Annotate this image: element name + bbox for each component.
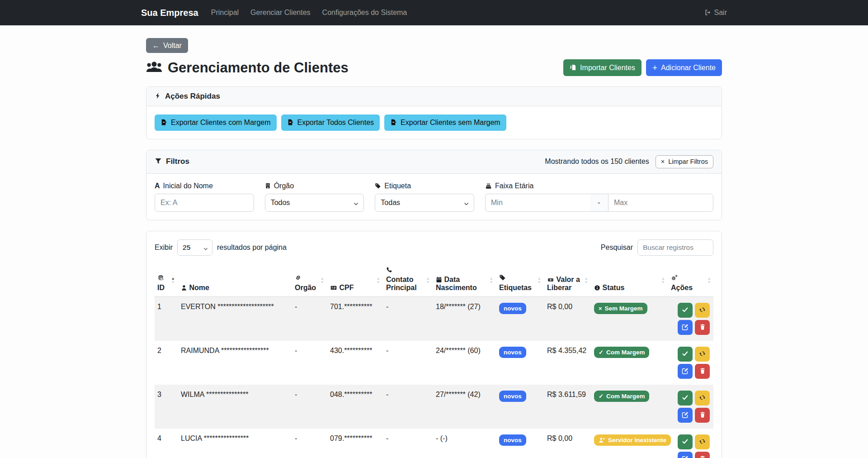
confirm-action-button[interactable] <box>678 303 693 318</box>
sync-action-button[interactable] <box>695 347 710 362</box>
add-client-button[interactable]: + Adicionar Cliente <box>646 59 722 76</box>
search-input[interactable] <box>637 239 713 256</box>
table-row: 2 RAIMUNDA ***************** - 430.*****… <box>155 341 713 385</box>
column-header-nascimento[interactable]: Data Nascimento ▲▼ <box>432 263 495 297</box>
age-min-input[interactable] <box>485 194 590 212</box>
sort-arrows: ▲▼ <box>708 277 711 284</box>
etiqueta-badge: novos <box>499 303 526 314</box>
cell-valor: R$ 3.611,59 <box>543 385 590 429</box>
nav-item-configuracoes[interactable]: Configurações do Sistema <box>322 9 407 17</box>
export-clients-with-margin-button[interactable]: Exportar Clientes com Margem <box>155 114 277 130</box>
cell-nome: EVERTON ******************** <box>177 296 291 341</box>
sync-action-button[interactable] <box>695 391 710 406</box>
cell-nascimento: 27/******* (42) <box>432 385 495 429</box>
trash-icon <box>699 455 706 458</box>
column-header-valor[interactable]: Valor a Liberar ▲▼ <box>543 263 590 297</box>
table-row: 1 EVERTON ******************** - 701.***… <box>155 296 713 341</box>
cell-etiquetas: novos <box>495 296 543 341</box>
edit-action-button[interactable] <box>678 364 693 379</box>
sync-icon <box>699 438 706 445</box>
status-badge: Servidor Inexistente <box>594 434 671 446</box>
export-all-clients-button[interactable]: Exportar Todos Clientes <box>281 114 380 130</box>
nav-item-principal[interactable]: Principal <box>211 9 239 17</box>
edit-icon <box>682 367 689 375</box>
etiqueta-badge: novos <box>499 434 526 446</box>
clear-filters-button[interactable]: × Limpar Filtros <box>656 155 713 168</box>
clients-table: ID ▲▼ Nome Orgão ▲▼ <box>155 263 713 458</box>
cell-id: 2 <box>155 341 177 385</box>
column-header-id[interactable]: ID ▲▼ <box>155 263 177 297</box>
column-header-acoes[interactable]: Ações ▲▼ <box>667 263 713 297</box>
cell-status: ✓Com Margem <box>590 385 667 429</box>
cell-id: 4 <box>155 429 177 458</box>
link-icon <box>295 274 317 282</box>
cell-valor: R$ 0,00 <box>543 296 590 341</box>
birthday-cake-icon <box>485 182 492 190</box>
delete-action-button[interactable] <box>695 452 710 458</box>
column-header-orgao[interactable]: Orgão ▲▼ <box>291 263 326 297</box>
quick-actions-card: Ações Rápidas Exportar Clientes com Marg… <box>146 86 722 139</box>
edit-action-button[interactable] <box>678 452 693 458</box>
check-icon <box>682 350 689 358</box>
column-header-nome[interactable]: Nome <box>177 263 291 297</box>
import-icon <box>570 63 576 72</box>
page-length-select[interactable]: 25 <box>177 239 212 256</box>
column-header-cpf[interactable]: CPF ▲▼ <box>326 263 382 297</box>
cell-cpf: 430.********** <box>326 341 382 385</box>
sync-icon <box>699 394 706 401</box>
cell-acoes <box>667 385 713 429</box>
cell-orgao: - <box>291 429 326 458</box>
edit-action-button[interactable] <box>678 408 693 423</box>
status-icon: ✓ <box>599 393 604 399</box>
etiqueta-badge: novos <box>499 347 526 358</box>
delete-action-button[interactable] <box>695 320 710 335</box>
name-initial-input[interactable] <box>155 194 254 212</box>
logout-button[interactable]: Sair <box>704 9 727 17</box>
sort-arrows: ▲▼ <box>426 277 430 284</box>
cell-valor: R$ 0,00 <box>543 429 590 458</box>
filter-icon <box>155 157 162 166</box>
age-max-input[interactable] <box>608 194 713 212</box>
calendar-icon <box>436 276 442 283</box>
nav-item-gerenciar-clientes[interactable]: Gerenciar Clientes <box>250 9 311 17</box>
users-icon <box>146 60 162 76</box>
sync-action-button[interactable] <box>695 303 710 318</box>
cell-cpf: 048.********** <box>326 385 382 429</box>
confirm-action-button[interactable] <box>678 347 693 362</box>
file-export-icon <box>390 118 397 127</box>
font-icon: A <box>155 182 160 190</box>
cell-orgao: - <box>291 341 326 385</box>
delete-action-button[interactable] <box>695 364 710 379</box>
filters-title: Filtros <box>166 157 189 166</box>
check-icon <box>682 306 689 314</box>
column-header-status[interactable]: Status ▲▼ <box>590 263 667 297</box>
cell-acoes <box>667 341 713 385</box>
confirm-action-button[interactable] <box>678 391 693 406</box>
cell-etiquetas: novos <box>495 385 543 429</box>
import-clients-button[interactable]: Importar Clientes <box>563 59 642 76</box>
delete-action-button[interactable] <box>695 408 710 423</box>
file-export-icon <box>160 118 167 127</box>
column-header-etiquetas[interactable]: Etiquetas ▲▼ <box>495 263 543 297</box>
sync-action-button[interactable] <box>695 434 710 449</box>
etiqueta-badge: novos <box>499 391 526 402</box>
navbar: Sua Empresa Principal Gerenciar Clientes… <box>0 0 868 25</box>
edit-action-button[interactable] <box>678 320 693 335</box>
sort-arrows: ▲▼ <box>321 277 324 284</box>
status-icon: ✓ <box>599 349 604 355</box>
edit-icon <box>682 324 689 331</box>
export-clients-without-margin-button[interactable]: Exportar Clientes sem Margem <box>384 114 506 130</box>
back-button[interactable]: ← Voltar <box>146 38 188 53</box>
etiqueta-select[interactable]: Todas <box>375 194 474 212</box>
cell-status: ×Sem Margem <box>590 296 667 341</box>
gears-icon <box>671 274 704 282</box>
fingerprint-icon <box>157 274 168 282</box>
orgao-select[interactable]: Todos <box>265 194 364 212</box>
sort-arrows: ▲▼ <box>585 277 588 284</box>
cell-orgao: - <box>291 296 326 341</box>
confirm-action-button[interactable] <box>678 434 693 449</box>
sync-icon <box>699 350 706 358</box>
sync-icon <box>699 306 706 314</box>
column-header-contato[interactable]: Contato Principal ▲▼ <box>382 263 432 297</box>
search-label: Pesquisar <box>601 243 633 252</box>
